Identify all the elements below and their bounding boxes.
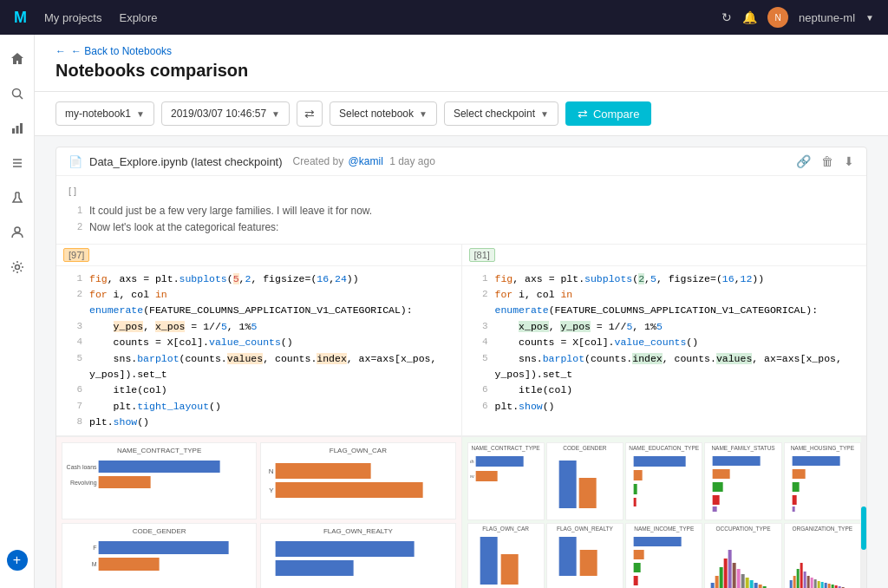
chart-r-education: NAME_EDUCATION_TYPE [625,442,702,520]
chart-contract-type: NAME_CONTRACT_TYPE Cash loans Revolving [62,442,257,519]
sidebar-icon-settings[interactable] [3,253,31,281]
text-cell: [ ] 1 It could just be a few very large … [56,176,866,245]
svg-rect-86 [789,580,792,588]
code-line-r7: 6 plt.show() [474,399,855,415]
svg-rect-40 [475,456,523,467]
app-logo[interactable]: M [14,9,27,27]
code-line-l5: 5 sns.barplot(counts.values, counts.inde… [69,351,449,383]
nav-myprojects[interactable]: My projects [44,11,101,24]
sidebar-icon-experiment[interactable] [3,184,31,212]
sidebar-add-button[interactable]: + [7,550,28,571]
notebook-actions: 🔗 🗑 ⬇ [796,154,854,168]
select-notebook-dropdown[interactable]: Select notebook ▼ [330,101,437,126]
code-line-l7: 7 plt.tight_layout() [69,399,449,415]
chart-r-organization-svg [787,532,859,588]
chart-r-gender-svg [549,452,621,514]
bell-icon[interactable]: 🔔 [742,10,757,24]
filename-label: Data_Explore.ipynb (latest checkpoint) [89,155,283,168]
chart-r-ownrealty-svg: N Y [549,532,621,588]
date1-arrow-icon: ▼ [271,109,280,119]
text-line-1: 1 It could just be a few very large fami… [69,203,854,219]
svg-rect-83 [759,585,762,588]
svg-rect-46 [634,456,686,467]
svg-rect-60 [480,537,497,585]
date1-dropdown[interactable]: 2019/03/07 10:46:57 ▼ [161,101,290,126]
chart-r-owncar: FLAG_OWN_CAR N Y [467,523,545,588]
right-code-cell: [81] 1 fig, axs = plt.subplots(2,5, figs… [462,245,867,436]
svg-text:Revolving: Revolving [70,480,97,487]
chart-code-gender: CODE_GENDER F M [62,523,257,588]
sidebar-icon-home[interactable] [3,45,31,73]
svg-rect-76 [728,550,732,588]
svg-rect-44 [558,461,576,508]
shuffle-button[interactable]: ⇄ [297,101,323,127]
chart-flag-own-realty: FLAG_OWN_REALTY [260,523,455,588]
chart-flag-own-car-svg: N Y [264,456,451,513]
sidebar-icon-search[interactable] [3,80,31,108]
chart-code-gender-svg: F M [66,537,252,588]
svg-rect-72 [711,583,715,588]
code-line-r2: 2 for i, col in enumerate(FEATURE_COLUMN… [474,287,855,319]
sidebar-icon-user[interactable] [3,219,31,246]
notebook1-dropdown[interactable]: my-notebook1 ▼ [56,101,154,126]
select-checkpoint-dropdown[interactable]: Select checkpoint ▼ [444,101,558,126]
sidebar-icon-list[interactable] [3,149,31,177]
chart-r-organization: ORGANIZATION_TYPE [784,523,861,588]
svg-rect-93 [813,579,816,588]
svg-rect-11 [99,461,220,473]
right-cell-badge: [81] [469,248,495,262]
nav-explore[interactable]: Explore [119,11,157,24]
chart-r-income: NAME_INCOME_TYPE [625,523,702,588]
page-header: ← ← Back to Notebooks Notebooks comparis… [35,35,888,92]
svg-text:Rev: Rev [470,474,474,479]
chart-flag-own-car: FLAG_OWN_CAR N Y [260,442,455,519]
link-icon[interactable]: 🔗 [796,154,811,168]
chart-r-occupation-svg [707,532,779,588]
svg-rect-45 [578,478,596,508]
compare-button[interactable]: ⇄ Compare [565,101,651,126]
svg-rect-80 [746,578,749,588]
svg-rect-92 [810,578,813,588]
svg-point-9 [15,227,20,232]
svg-rect-12 [99,476,151,488]
avatar[interactable]: N [767,7,788,28]
svg-rect-48 [634,484,637,494]
nav-right: ↻ 🔔 N neptune-ml ▼ [722,7,874,28]
back-link[interactable]: ← ← Back to Notebooks [56,45,867,57]
svg-line-1 [19,96,23,100]
code-line-l6: 6 itle(col) [69,382,449,398]
svg-rect-19 [99,541,229,554]
chart-r-housing: NAME_HOUSING_TYPE [784,442,861,520]
svg-rect-69 [634,550,644,559]
svg-rect-56 [792,469,805,479]
code-line-r4: 4 counts = X[col].value_counts() [474,335,855,350]
svg-rect-64 [558,537,576,576]
chart-flag-own-realty-svg [264,537,451,588]
chart-r-occupation: OCCUPATION_TYPE [704,523,781,588]
svg-rect-2 [12,128,15,134]
code-line-l2: 2 for i, col in enumerate(FEATURE_COLUMN… [69,287,449,319]
scrollbar-track[interactable] [861,437,866,588]
svg-rect-47 [634,470,643,480]
svg-rect-98 [831,585,833,588]
chart-r-family-svg [707,452,779,514]
svg-rect-3 [16,126,18,134]
user-name[interactable]: neptune-ml [799,11,855,24]
chart-r-contract: NAME_CONTRACT_TYPE Cash Rev [467,442,545,520]
scrollbar-thumb[interactable] [861,506,866,550]
svg-rect-73 [715,576,719,588]
chart-r-contract-svg: Cash Rev [470,452,542,514]
page-title: Notebooks comparison [56,61,867,81]
sidebar-icon-chart[interactable] [3,114,31,142]
delete-icon[interactable]: 🗑 [821,154,833,168]
svg-rect-70 [634,563,641,572]
nav-left: M My projects Explore [14,9,158,27]
svg-rect-52 [713,482,723,492]
download-icon[interactable]: ⬇ [844,154,854,168]
notebook-card-header: 📄 Data_Explore.ipynb (latest checkpoint)… [56,147,866,176]
chart-r-ownrealty: FLAG_OWN_REALTY N Y [546,523,624,588]
refresh-icon[interactable]: ↻ [722,10,732,24]
svg-rect-59 [792,506,794,512]
select-checkpoint-label: Select checkpoint [454,108,535,120]
svg-rect-81 [750,580,754,588]
